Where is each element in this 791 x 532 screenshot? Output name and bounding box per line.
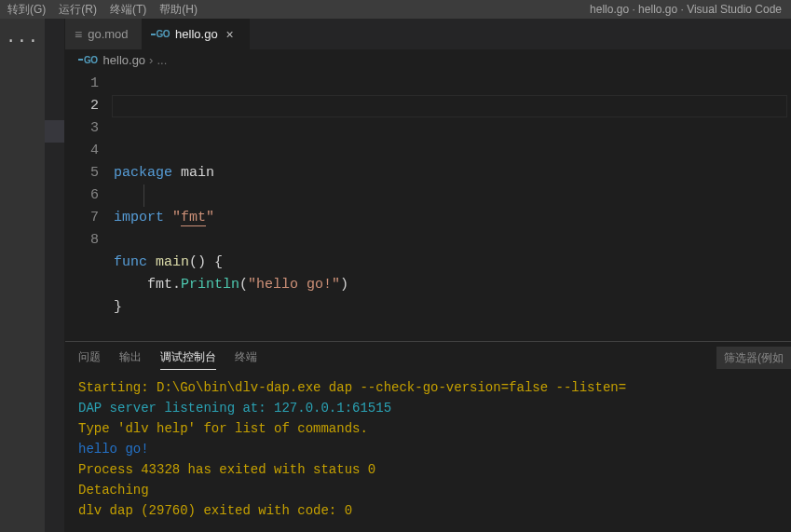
console-line: Detaching — [78, 480, 791, 500]
line-number: 1 — [65, 73, 99, 95]
activity-bar: ··· — [0, 19, 45, 532]
line-number: 5 — [65, 162, 99, 184]
console-line: Process 43328 has exited with status 0 — [78, 459, 791, 480]
line-number: 4 — [65, 140, 99, 162]
line-number: 8 — [65, 229, 99, 252]
breadcrumb-file[interactable]: hello.go — [103, 53, 146, 67]
console-line: DAP server listening at: 127.0.0.1:61515 — [78, 398, 791, 418]
current-line-highlight — [112, 95, 787, 117]
console-line: hello go! — [78, 439, 791, 459]
close-icon[interactable]: × — [224, 27, 237, 42]
code-line[interactable] — [114, 184, 791, 207]
code-line[interactable] — [114, 229, 791, 252]
go-file-icon: GO — [78, 55, 98, 65]
menu-item[interactable]: 运行(R) — [59, 2, 97, 18]
line-number: 3 — [65, 117, 99, 140]
code-editor[interactable]: 12345678 package mainimport "fmt"func ma… — [65, 71, 791, 341]
sidebar-selection — [45, 120, 64, 143]
file-icon: ≡ — [75, 27, 82, 42]
code-line[interactable]: fmt.Println("hello go!") — [114, 274, 791, 296]
menu-item[interactable]: 终端(T) — [110, 2, 146, 18]
line-number: 7 — [65, 207, 99, 229]
main-area: ··· ≡ go.mod GO hello.go × GO hello.go ›… — [0, 19, 791, 532]
tab-bar: ≡ go.mod GO hello.go × — [65, 19, 791, 49]
code-line[interactable]: } — [114, 296, 791, 319]
breadcrumb[interactable]: GO hello.go › ... — [65, 49, 791, 70]
panel-tab-output[interactable]: 输出 — [119, 346, 142, 369]
filter-input[interactable]: 筛选器(例如 — [716, 347, 791, 369]
menu-item[interactable]: 转到(G) — [7, 2, 46, 18]
bottom-panel: 问题 输出 调试控制台 终端 筛选器(例如 Starting: D:\Go\bi… — [65, 341, 791, 532]
panel-tab-debug-console[interactable]: 调试控制台 — [160, 346, 216, 370]
panel-tab-bar: 问题 输出 调试控制台 终端 筛选器(例如 — [65, 342, 791, 374]
sidebar-collapsed[interactable] — [45, 19, 65, 532]
tab-hello-go[interactable]: GO hello.go × — [142, 19, 250, 49]
tab-label: go.mod — [88, 27, 128, 41]
line-gutter: 12345678 — [65, 73, 114, 341]
debug-console-output[interactable]: Starting: D:\Go\bin\dlv-dap.exe dap --ch… — [65, 374, 791, 532]
tab-go-mod[interactable]: ≡ go.mod — [65, 19, 142, 49]
panel-tab-terminal[interactable]: 终端 — [235, 346, 257, 369]
chevron-right-icon: › — [149, 53, 153, 67]
panel-tab-problems[interactable]: 问题 — [78, 346, 101, 369]
window-title: hello.go · hello.go · Visual Studio Code — [590, 3, 791, 16]
code-line[interactable]: import "fmt" — [114, 207, 791, 229]
code-content[interactable]: package mainimport "fmt"func main() { fm… — [114, 73, 791, 341]
code-line[interactable]: func main() { — [114, 252, 791, 274]
console-line: Starting: D:\Go\bin\dlv-dap.exe dap --ch… — [78, 377, 791, 398]
go-file-icon: GO — [151, 29, 170, 39]
code-line[interactable]: package main — [114, 162, 791, 184]
code-line[interactable] — [114, 319, 791, 341]
ellipsis-icon[interactable]: ··· — [6, 26, 38, 56]
line-number: 2 — [65, 95, 99, 117]
indent-guide — [143, 184, 144, 207]
console-line: dlv dap (29760) exited with code: 0 — [78, 500, 791, 521]
line-number: 6 — [65, 184, 99, 207]
console-line: Type 'dlv help' for list of commands. — [78, 418, 791, 439]
menu-bar: 转到(G) 运行(R) 终端(T) 帮助(H) hello.go · hello… — [0, 0, 791, 19]
menu-item[interactable]: 帮助(H) — [159, 2, 198, 18]
editor-column: ≡ go.mod GO hello.go × GO hello.go › ...… — [65, 19, 791, 532]
tab-label: hello.go — [175, 27, 218, 41]
menu-items[interactable]: 转到(G) 运行(R) 终端(T) 帮助(H) — [7, 2, 198, 18]
breadcrumb-tail[interactable]: ... — [157, 53, 167, 67]
